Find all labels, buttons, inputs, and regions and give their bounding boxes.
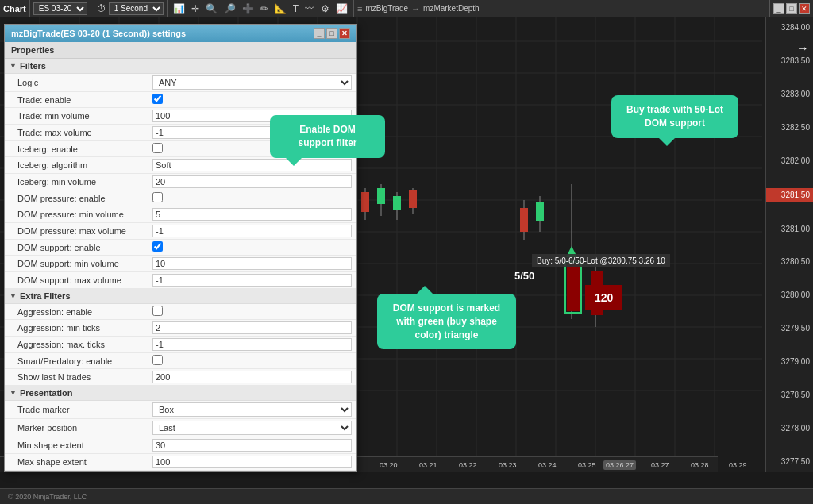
lot-text: 5/50 xyxy=(514,270,534,282)
price-3279: 3279,00 xyxy=(766,356,813,368)
min-shape-input[interactable] xyxy=(152,439,352,452)
prop-dom-support-max-vol: DOM support: max volume xyxy=(5,272,356,289)
presentation-section-header[interactable]: ▼ Presentation xyxy=(5,386,356,401)
iceberg-algo-value[interactable] xyxy=(152,159,352,171)
info-box-text: Buy: 5/0-6/50-Lot @3280.75 3.26 10 xyxy=(537,256,665,265)
close-button[interactable]: ✕ xyxy=(799,3,810,14)
trade-marker-value-field[interactable]: Box Circle Triangle xyxy=(152,402,352,417)
dom-pressure-max-vol-value[interactable] xyxy=(152,225,352,237)
iceberg-min-vol-input[interactable] xyxy=(152,175,352,188)
svg-rect-43 xyxy=(377,188,385,204)
draw-icon[interactable]: ✏ xyxy=(258,3,271,14)
prop-iceberg-min-vol: Iceberg: min volume xyxy=(5,174,356,190)
dom-support-max-vol-value[interactable] xyxy=(152,274,352,287)
price-3281: 3281,00 xyxy=(766,223,813,236)
presentation-collapse-icon[interactable]: ▼ xyxy=(10,389,17,397)
aggression-enable-value[interactable] xyxy=(152,306,352,317)
window-buttons[interactable]: _ □ ✕ xyxy=(770,0,813,17)
min-shape-value[interactable] xyxy=(152,439,352,452)
trade-marker-value: 120 xyxy=(595,291,613,304)
dom-pressure-enable-value[interactable] xyxy=(152,192,352,204)
text-icon[interactable]: T xyxy=(291,3,301,14)
instrument-section[interactable]: ES 03-20 xyxy=(30,0,91,17)
aggression-min-ticks-value[interactable] xyxy=(152,321,352,334)
extra-filters-section-header[interactable]: ▼ Extra Filters xyxy=(5,289,356,304)
settings-minimize-btn[interactable]: _ xyxy=(314,28,325,39)
toolbar-icons[interactable]: 📊 ✛ 🔍 🔎 ➕ ✏ 📐 T 〰 ⚙ 📈 xyxy=(168,0,354,17)
price-3284: 3284,00 xyxy=(766,21,813,34)
settings-icon[interactable]: ⚙ xyxy=(318,3,332,14)
top-bar: Chart ES 03-20 ⏱ 1 Second 📊 ✛ 🔍 🔎 ➕ ✏ 📐 … xyxy=(0,0,813,17)
marker-position-value[interactable]: Last First xyxy=(152,421,352,435)
plus-icon[interactable]: ➕ xyxy=(240,3,256,14)
show-last-n-input[interactable] xyxy=(152,371,352,383)
marker-position-label: Marker position xyxy=(10,423,152,433)
iceberg-algo-input[interactable] xyxy=(152,159,352,171)
logic-value[interactable]: ANY ALL xyxy=(152,75,352,90)
trade-marker-select[interactable]: Box Circle Triangle xyxy=(152,402,352,417)
aggression-min-ticks-label: Aggression: min ticks xyxy=(10,323,152,333)
smart-predatory-enable-check[interactable] xyxy=(152,355,163,365)
maximize-button[interactable]: □ xyxy=(786,3,797,14)
iceberg-min-vol-value[interactable] xyxy=(152,175,352,188)
timeframe-section[interactable]: ⏱ 1 Second xyxy=(91,0,168,17)
dom-pressure-max-vol-input[interactable] xyxy=(152,225,352,237)
dom-support-max-vol-input[interactable] xyxy=(152,274,352,287)
filters-section-header[interactable]: ▼ Filters xyxy=(5,59,356,74)
dom-pressure-enable-label: DOM pressure: enable xyxy=(10,194,152,203)
filters-collapse-icon[interactable]: ▼ xyxy=(10,62,17,70)
trade-enable-value[interactable] xyxy=(152,94,352,106)
dom-support-enable-check[interactable] xyxy=(152,241,163,252)
trade-enable-label: Trade: enable xyxy=(10,95,152,105)
fibonacci-icon[interactable]: 〰 xyxy=(302,3,317,14)
ruler-icon[interactable]: 📐 xyxy=(272,3,289,14)
max-shape-input[interactable] xyxy=(152,456,352,468)
settings-title: mzBigTrade(ES 03-20 (1 Second)) settings xyxy=(11,29,186,38)
zoom-icon[interactable]: 🔍 xyxy=(203,3,220,14)
dom-support-min-vol-value[interactable] xyxy=(152,257,352,270)
tooltip2-text: Buy trade with 50-Lot DOM support xyxy=(626,104,723,129)
tooltip1-text: Enable DOM support filter xyxy=(299,124,357,148)
dom-pressure-min-vol-value[interactable] xyxy=(152,208,352,221)
iceberg-enable-check[interactable] xyxy=(152,143,163,153)
time-label-0321: 03:21 xyxy=(419,461,437,469)
chart-type-icon[interactable]: 📊 xyxy=(171,3,187,14)
max-shape-value[interactable] xyxy=(152,456,352,468)
instrument-select[interactable]: ES 03-20 xyxy=(33,2,87,15)
breadcrumb-mzbig[interactable]: mzBigTrade xyxy=(363,4,412,13)
aggression-max-ticks-value[interactable] xyxy=(152,338,352,351)
window-controls[interactable]: _ □ ✕ xyxy=(314,28,350,39)
dom-pressure-min-vol-input[interactable] xyxy=(152,208,352,221)
dom-support-min-vol-input[interactable] xyxy=(152,257,352,270)
smart-predatory-enable-value[interactable] xyxy=(152,355,352,367)
extra-filters-collapse-icon[interactable]: ▼ xyxy=(10,292,17,300)
dom-pressure-enable-check[interactable] xyxy=(152,192,163,202)
trade-min-vol-label: Trade: min volume xyxy=(10,111,152,121)
trade-enable-check[interactable] xyxy=(152,94,163,104)
minimize-button[interactable]: _ xyxy=(773,3,784,14)
prop-iceberg-algo: Iceberg: algorithm xyxy=(5,157,356,174)
dom-support-enable-value[interactable] xyxy=(152,241,352,253)
trade-max-vol-label: Trade: max volume xyxy=(10,128,152,137)
logic-select[interactable]: ANY ALL xyxy=(152,75,352,90)
zoom-out-icon[interactable]: 🔎 xyxy=(222,3,238,14)
timeframe-select[interactable]: 1 Second xyxy=(109,2,164,15)
aggression-max-ticks-input[interactable] xyxy=(152,338,352,351)
breadcrumb-mzmarket[interactable]: mzMarketDepth xyxy=(420,4,483,13)
settings-close-btn[interactable]: ✕ xyxy=(339,28,350,39)
aggression-min-ticks-input[interactable] xyxy=(152,321,352,334)
extra-filters-label: Extra Filters xyxy=(20,291,71,301)
logic-label: Logic xyxy=(10,78,152,87)
show-last-n-value[interactable] xyxy=(152,371,352,383)
nav-arrow-right[interactable]: → xyxy=(796,41,809,56)
marker-position-select[interactable]: Last First xyxy=(152,421,352,435)
settings-restore-btn[interactable]: □ xyxy=(326,28,337,39)
prop-smart-predatory-enable: Smart/Predatory: enable xyxy=(5,353,356,369)
prop-aggression-min-ticks: Aggression: min ticks xyxy=(5,320,356,337)
tooltip-dom-triangle: DOM support is marked with green (buy sh… xyxy=(377,294,516,349)
crosshair-icon[interactable]: ✛ xyxy=(189,3,202,14)
chart-label-section: Chart xyxy=(0,0,30,17)
indicator-icon[interactable]: 📈 xyxy=(333,3,350,14)
dom-support-enable-label: DOM support: enable xyxy=(10,243,152,252)
aggression-enable-check[interactable] xyxy=(152,306,163,316)
